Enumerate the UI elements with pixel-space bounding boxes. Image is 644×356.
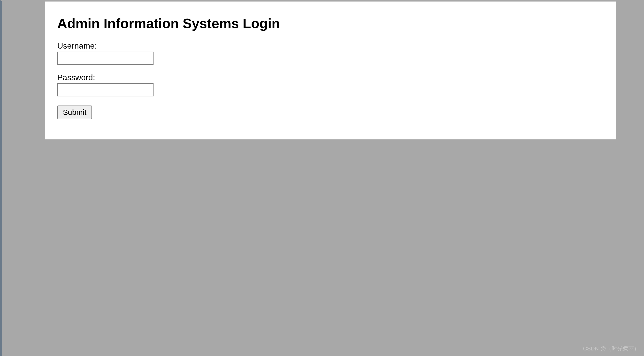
page-title: Admin Information Systems Login <box>57 15 604 31</box>
password-input[interactable] <box>57 83 154 96</box>
username-field: Username: <box>57 41 604 65</box>
login-card: Admin Information Systems Login Username… <box>45 2 616 139</box>
submit-button[interactable]: Submit <box>57 106 92 119</box>
password-field: Password: <box>57 73 604 96</box>
password-label: Password: <box>57 73 604 82</box>
username-label: Username: <box>57 41 604 51</box>
username-input[interactable] <box>57 52 154 65</box>
watermark-text: CSDN @（时光煮雨） <box>583 345 639 352</box>
